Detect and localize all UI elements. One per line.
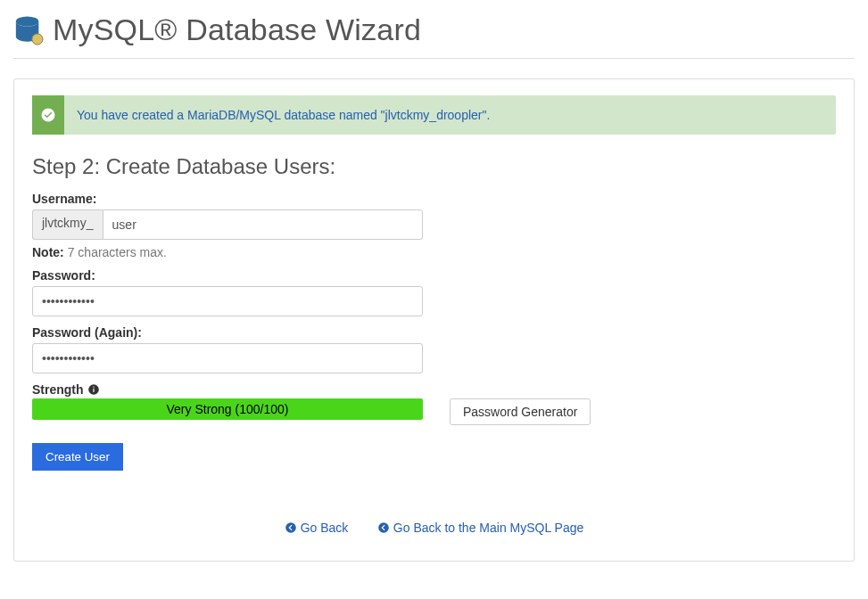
footer-links: Go Back Go Back to the Main MySQL Page	[32, 521, 836, 537]
username-prefix: jlvtckmy_	[32, 209, 103, 240]
check-icon	[32, 95, 64, 135]
username-label: Username:	[32, 192, 836, 206]
alert-message: You have created a MariaDB/MySQL databas…	[64, 95, 502, 135]
arrow-left-icon	[377, 521, 390, 534]
step-title: Step 2: Create Database Users:	[32, 154, 836, 179]
password-again-group: Password (Again):	[32, 325, 836, 373]
create-user-button[interactable]: Create User	[32, 443, 123, 471]
password-generator-button[interactable]: Password Generator	[450, 398, 591, 425]
password-again-input[interactable]	[32, 343, 423, 373]
database-icon	[13, 15, 44, 45]
info-icon[interactable]	[87, 383, 100, 396]
success-alert: You have created a MariaDB/MySQL databas…	[32, 95, 836, 135]
password-label: Password:	[32, 268, 836, 283]
svg-point-5	[285, 522, 296, 533]
arrow-left-icon	[285, 521, 297, 534]
page-title: MySQL® Database Wizard	[53, 12, 421, 47]
password-group: Password:	[32, 268, 836, 316]
svg-rect-4	[93, 387, 94, 388]
username-input[interactable]	[103, 209, 423, 240]
svg-point-0	[16, 16, 39, 26]
strength-meter: Very Strong (100/100)	[32, 398, 423, 420]
password-again-label: Password (Again):	[32, 325, 836, 340]
go-main-mysql-link[interactable]: Go Back to the Main MySQL Page	[377, 521, 583, 535]
strength-label: Strength	[32, 382, 836, 397]
username-note: Note: 7 characters max.	[32, 245, 836, 259]
username-group: Username: jlvtckmy_ Note: 7 characters m…	[32, 192, 836, 259]
go-back-link[interactable]: Go Back	[285, 521, 349, 535]
strength-group: Strength Very Strong (100/100) Password …	[32, 382, 836, 425]
svg-point-1	[32, 33, 43, 44]
page-header: MySQL® Database Wizard	[13, 5, 855, 59]
svg-point-6	[378, 522, 389, 533]
svg-rect-3	[93, 389, 94, 392]
password-input[interactable]	[32, 286, 423, 316]
main-panel: You have created a MariaDB/MySQL databas…	[13, 78, 855, 562]
